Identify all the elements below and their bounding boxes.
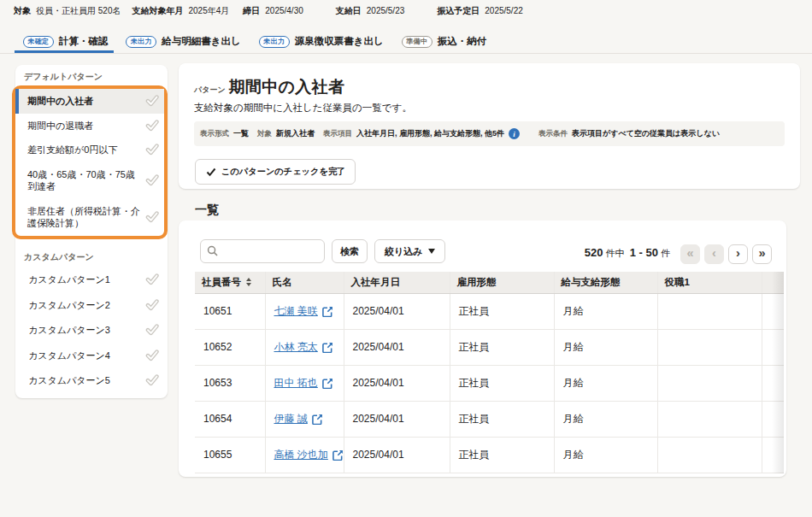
meta-label: 表示項目 [323, 129, 352, 139]
employee-link[interactable]: 田中 拓也 [274, 376, 333, 391]
external-link-icon [322, 342, 333, 353]
cell-employee-id: 10654 [195, 401, 265, 437]
meta-item: 対象新規入社者 [257, 128, 315, 139]
meta-value: 新規入社者 [276, 128, 315, 139]
sort-asc-arrow [246, 278, 251, 281]
tab-振込・納付[interactable]: 準備中振込・納付 [393, 31, 492, 53]
cell-extra [762, 437, 784, 473]
cell-hire-date: 2025/04/01 [344, 401, 450, 437]
employee-link[interactable]: 小林 亮太 [274, 340, 333, 355]
table-row: 10653 田中 拓也 2025/04/01 正社員 月給 [195, 365, 784, 401]
next-page-button[interactable]: › [728, 244, 748, 264]
meta-value: 表示項目がすべて空の従業員は表示しない [572, 128, 720, 139]
sidebar-item-label: カスタムパターン4 [28, 350, 145, 362]
column-header-label: 役職1 [665, 276, 690, 289]
cell-employment: 正社員 [450, 401, 554, 437]
check-double-icon [145, 119, 159, 132]
list-section-title: 一覧 [195, 203, 219, 216]
table-row: 10652 小林 亮太 2025/04/01 正社員 月給 [195, 329, 784, 365]
tab-源泉徴収票書き出し[interactable]: 未出力源泉徴収票書き出し [250, 31, 390, 53]
cell-name: 小林 亮太 [265, 329, 344, 365]
meta-label: 表示条件 [538, 129, 568, 139]
info-icon[interactable]: i [509, 128, 520, 139]
external-link-icon [322, 378, 333, 389]
pattern-label: パターン [194, 85, 226, 96]
cell-employee-id: 10655 [195, 437, 265, 473]
sidebar-item[interactable]: 差引支給額が0円以下 [15, 138, 164, 162]
cell-role [657, 365, 762, 401]
tab-計算・確認[interactable]: 未確定計算・確認 [15, 31, 114, 53]
table-row: 10654 伊藤 誠 2025/04/01 正社員 月給 [195, 401, 784, 437]
meta-label: 表示形式 [200, 129, 229, 139]
cell-role [657, 293, 762, 329]
sidebar-item[interactable]: カスタムパターン2 [15, 292, 168, 318]
employee-link[interactable]: 七瀬 美咲 [274, 304, 333, 319]
sort-icon[interactable] [246, 278, 251, 286]
pattern-panel: パターン 期間中の入社者 支給対象の期間中に入社した従業員の一覧です。 表示形式… [179, 63, 800, 189]
summary-label: 対象 [14, 5, 31, 17]
complete-check-button[interactable]: このパターンのチェックを完了 [195, 159, 356, 185]
cell-extra [762, 329, 784, 365]
count-total: 520 [585, 246, 603, 259]
cell-employment: 正社員 [450, 437, 554, 473]
summary-value: 2025年4月 [188, 5, 229, 17]
summary-label: 支給日 [336, 5, 362, 17]
external-link-icon [322, 306, 333, 317]
cell-pay-type: 月給 [554, 365, 657, 401]
sidebar-item[interactable]: 非居住者（所得税計算・介護保険計算） [15, 199, 164, 236]
prev-page-button: ‹ [704, 244, 724, 264]
summary-item: 締日2025/4/30 [243, 5, 303, 17]
result-count: 520 件中 1 - 50 件 [585, 246, 670, 260]
search-icon [207, 245, 218, 256]
column-header: 役職1 [657, 272, 762, 293]
sidebar-item[interactable]: カスタムパターン1 [15, 267, 168, 293]
tab-給与明細書き出し[interactable]: 未出力給与明細書き出し [117, 31, 246, 53]
caret-down-icon [428, 249, 435, 254]
sidebar-item[interactable]: 40歳・65歳・70歳・75歳到達者 [15, 162, 164, 199]
column-header: 氏名 [265, 272, 344, 293]
sidebar-item-label: 非居住者（所得税計算・介護保険計算） [27, 205, 144, 230]
cell-pay-type: 月給 [554, 401, 657, 437]
search-input[interactable] [200, 239, 325, 263]
cell-role [657, 437, 762, 473]
column-header-label: 雇用形態 [457, 276, 497, 289]
summary-value: 2025/5/22 [485, 6, 523, 15]
employee-name: 田中 拓也 [274, 376, 318, 391]
sidebar-item[interactable]: カスタムパターン3 [15, 318, 168, 344]
employee-link[interactable]: 伊藤 誠 [274, 412, 323, 426]
sidebar-item[interactable]: 期間中の退職者 [15, 114, 164, 138]
summary-item: 支給日2025/5/23 [336, 5, 405, 17]
filter-button[interactable]: 絞り込み [374, 239, 445, 263]
first-page-button: « [680, 244, 700, 264]
cell-hire-date: 2025/04/01 [344, 293, 450, 329]
meta-value: 一覧 [233, 128, 249, 139]
step-tabs: 未確定計算・確認未出力給与明細書き出し未出力源泉徴収票書き出し準備中振込・納付 [0, 31, 812, 54]
pattern-header: パターン 期間中の入社者 [194, 78, 785, 96]
employee-name: 伊藤 誠 [274, 412, 308, 426]
meta-item: 表示条件表示項目がすべて空の従業員は表示しない [538, 128, 720, 139]
sort-desc-arrow [246, 283, 251, 286]
last-page-button[interactable]: » [752, 244, 772, 264]
summary-item: 対象役員・正社員用 520名 [14, 5, 121, 17]
sidebar-item[interactable]: カスタムパターン4 [15, 343, 168, 368]
sidebar-item[interactable]: 期間中の入社者 [15, 89, 164, 114]
summary-item: 振込予定日2025/5/22 [437, 5, 523, 17]
pagination-area: 520 件中 1 - 50 件 «‹›» [585, 242, 784, 261]
cell-employee-id: 10652 [195, 329, 265, 365]
sidebar-section-default: デフォルトパターン [15, 71, 168, 82]
check-double-icon [145, 373, 159, 387]
check-double-icon [145, 273, 159, 286]
pattern-meta-bar: 表示形式一覧対象新規入社者表示項目入社年月日, 雇用形態, 給与支給形態, 他5… [194, 121, 785, 146]
column-header-inner: 入社年月日 [351, 276, 443, 289]
cell-pay-type: 月給 [554, 437, 657, 473]
main-layout: デフォルトパターン期間中の入社者 期間中の退職者 差引支給額が0円以下 40歳・… [0, 54, 812, 477]
column-header: 給与支給形態 [554, 272, 657, 293]
cell-name: 七瀬 美咲 [265, 293, 344, 329]
column-header-label: 入社年月日 [351, 276, 401, 289]
status-badge: 準備中 [402, 36, 432, 48]
tab-label: 給与明細書き出し [162, 35, 241, 48]
meta-value: 入社年月日, 雇用形態, 給与支給形態, 他5件 [356, 128, 504, 139]
search-button[interactable]: 検索 [332, 239, 368, 263]
sidebar-item[interactable]: カスタムパターン5 [15, 368, 168, 394]
employee-link[interactable]: 高橋 沙也加 [274, 448, 344, 462]
